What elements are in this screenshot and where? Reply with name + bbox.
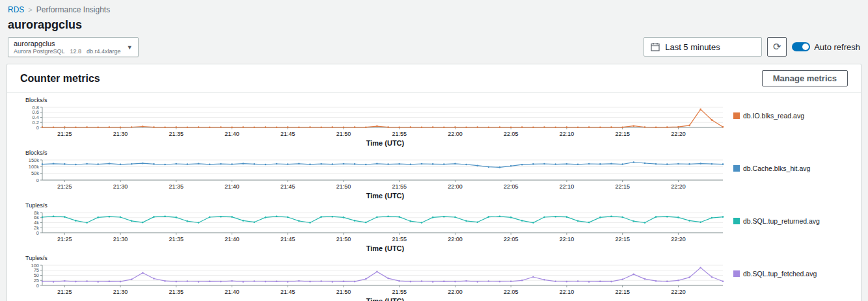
svg-text:22:05: 22:05 [504, 289, 519, 295]
y-axis-label: Blocks/s [25, 150, 850, 157]
instance-selector[interactable]: aurorapgclus Aurora PostgreSQL 12.8 db.r… [8, 37, 139, 57]
svg-text:0: 0 [36, 177, 39, 183]
chart-plot-area[interactable]: 050k100k150k21:2521:3021:3521:4021:4521:… [18, 157, 727, 192]
svg-text:21:45: 21:45 [280, 183, 295, 190]
legend-label: db.SQL.tup_fetched.avg [743, 270, 817, 278]
svg-text:22:05: 22:05 [504, 131, 519, 137]
chevron-down-icon: ▼ [127, 44, 133, 51]
svg-text:21:30: 21:30 [113, 183, 128, 190]
svg-text:21:50: 21:50 [336, 131, 351, 137]
svg-text:100k: 100k [29, 164, 40, 170]
breadcrumb: RDS > Performance Insights [8, 5, 860, 14]
metric-chart-db.SQL.tup_returned.avg: Tuples/s02k4k6k8k21:2521:3021:3521:4021:… [18, 202, 850, 254]
svg-text:22:20: 22:20 [671, 289, 686, 295]
svg-text:0: 0 [36, 125, 39, 131]
svg-text:6k: 6k [34, 215, 39, 220]
x-axis-label: Time (UTC) [42, 297, 728, 301]
svg-text:21:25: 21:25 [57, 183, 72, 190]
svg-text:0: 0 [36, 230, 39, 236]
svg-text:22:10: 22:10 [560, 183, 575, 190]
svg-text:21:45: 21:45 [280, 131, 295, 137]
svg-text:22:10: 22:10 [560, 131, 575, 137]
svg-text:22:20: 22:20 [671, 236, 686, 242]
instance-meta: Aurora PostgreSQL 12.8 db.r4.4xlarge [14, 48, 121, 55]
legend-label: db.IO.blks_read.avg [743, 112, 804, 120]
svg-text:21:40: 21:40 [224, 131, 239, 137]
svg-text:0.8: 0.8 [33, 105, 39, 111]
legend-label: db.SQL.tup_returned.avg [743, 217, 820, 225]
metric-chart-db.Cache.blks_hit.avg: Blocks/s050k100k150k21:2521:3021:3521:40… [18, 150, 850, 201]
svg-text:21:55: 21:55 [392, 236, 407, 242]
chart-plot-area[interactable]: 025507510021:2521:3021:3521:4021:4521:50… [18, 262, 727, 297]
svg-text:50k: 50k [31, 170, 39, 176]
legend-swatch [733, 218, 740, 224]
svg-text:21:35: 21:35 [169, 289, 184, 295]
svg-text:0.4: 0.4 [33, 114, 39, 120]
svg-text:8k: 8k [34, 210, 39, 216]
metric-chart-db.SQL.tup_fetched.avg: Tuples/s025507510021:2521:3021:3521:4021… [18, 255, 850, 301]
svg-text:21:40: 21:40 [224, 183, 239, 190]
svg-text:21:30: 21:30 [113, 131, 128, 137]
svg-text:21:25: 21:25 [57, 131, 72, 137]
svg-text:22:15: 22:15 [615, 236, 630, 242]
svg-text:22:20: 22:20 [671, 131, 686, 137]
y-axis-label: Tuples/s [25, 202, 850, 209]
svg-text:21:30: 21:30 [113, 289, 128, 295]
svg-text:21:25: 21:25 [57, 289, 72, 295]
svg-text:4k: 4k [34, 220, 39, 226]
chart-plot-area[interactable]: 02k4k6k8k21:2521:3021:3521:4021:4521:502… [18, 209, 727, 244]
legend-swatch [733, 165, 740, 172]
svg-text:21:55: 21:55 [392, 131, 407, 137]
refresh-button[interactable]: ⟳ [767, 37, 787, 57]
svg-text:21:35: 21:35 [169, 236, 184, 242]
svg-text:22:15: 22:15 [615, 131, 630, 137]
x-axis-label: Time (UTC) [42, 192, 728, 201]
time-range-selector[interactable]: Last 5 minutes [644, 37, 762, 57]
breadcrumb-rds-link[interactable]: RDS [8, 5, 24, 14]
svg-text:21:40: 21:40 [224, 236, 239, 242]
svg-text:0.2: 0.2 [33, 120, 39, 125]
svg-text:22:20: 22:20 [671, 183, 686, 190]
panel-header: Counter metrics Manage metrics [7, 64, 861, 93]
svg-text:21:55: 21:55 [392, 289, 407, 295]
manage-metrics-button[interactable]: Manage metrics [762, 70, 848, 86]
calendar-icon [651, 42, 660, 51]
legend-swatch [733, 270, 740, 277]
chart-plot-area[interactable]: 00.20.40.60.821:2521:3021:3521:4021:4521… [18, 104, 727, 139]
refresh-icon: ⟳ [773, 41, 781, 53]
chart-legend: db.Cache.blks_hit.avg [733, 164, 810, 172]
svg-text:0: 0 [36, 283, 39, 289]
auto-refresh-label: Auto refresh [814, 42, 860, 52]
svg-text:100: 100 [31, 263, 39, 268]
breadcrumb-separator: > [28, 6, 32, 14]
svg-text:21:25: 21:25 [57, 236, 72, 242]
auto-refresh-toggle[interactable] [792, 42, 810, 51]
time-range-value: Last 5 minutes [665, 42, 720, 52]
instance-version: 12.8 [70, 48, 82, 55]
panel-title: Counter metrics [20, 73, 100, 85]
toggle-knob [802, 44, 809, 50]
svg-text:75: 75 [34, 267, 39, 273]
svg-text:22:10: 22:10 [560, 289, 575, 295]
svg-text:22:05: 22:05 [504, 236, 519, 242]
svg-text:25: 25 [34, 278, 39, 283]
instance-engine: Aurora PostgreSQL [14, 48, 65, 55]
svg-text:2k: 2k [34, 225, 39, 231]
page-title: aurorapgclus [8, 18, 860, 32]
svg-text:21:55: 21:55 [392, 183, 407, 190]
svg-text:21:40: 21:40 [224, 289, 239, 295]
svg-text:21:35: 21:35 [169, 183, 184, 190]
auto-refresh-control: Auto refresh [792, 42, 860, 52]
svg-text:21:45: 21:45 [280, 289, 295, 295]
chart-legend: db.SQL.tup_returned.avg [733, 217, 820, 225]
svg-text:22:00: 22:00 [448, 131, 463, 137]
svg-text:22:00: 22:00 [448, 183, 463, 190]
svg-text:50: 50 [34, 272, 39, 278]
svg-text:22:15: 22:15 [615, 183, 630, 190]
x-axis-label: Time (UTC) [42, 139, 728, 148]
chart-legend: db.SQL.tup_fetched.avg [733, 270, 817, 278]
svg-text:21:50: 21:50 [336, 183, 351, 190]
svg-text:22:15: 22:15 [615, 289, 630, 295]
svg-text:150k: 150k [29, 157, 40, 163]
top-bar: RDS > Performance Insights aurorapgclus … [0, 0, 868, 57]
